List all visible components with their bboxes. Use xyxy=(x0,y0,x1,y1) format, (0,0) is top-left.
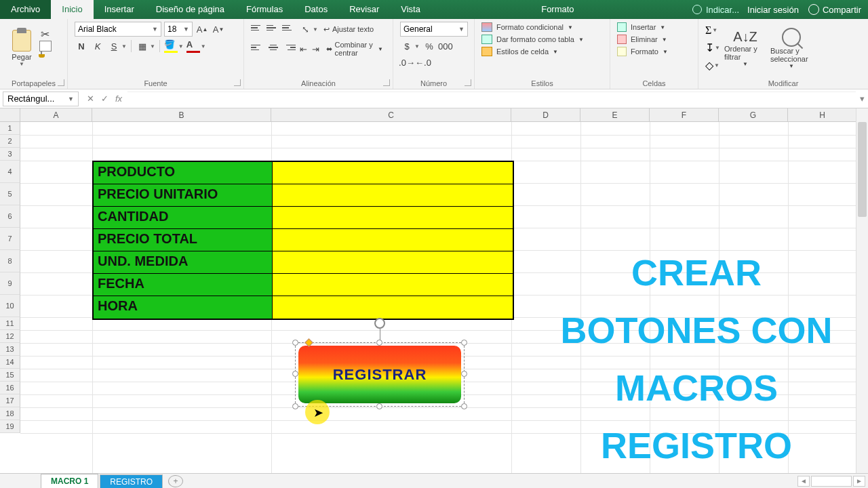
accounting-format-button[interactable]: $▼ xyxy=(400,39,420,53)
delete-cells-button[interactable]: Eliminar▼ xyxy=(617,34,691,45)
hscroll-track[interactable] xyxy=(811,476,852,487)
form-value-cell[interactable] xyxy=(273,229,513,251)
resize-handle-s[interactable] xyxy=(376,403,382,409)
number-launcher[interactable] xyxy=(465,79,471,86)
number-format-combo[interactable]: General▼ xyxy=(400,22,468,37)
form-value-cell[interactable] xyxy=(273,162,513,184)
italic-button[interactable]: K xyxy=(91,39,104,53)
tab-vista[interactable]: Vista xyxy=(390,0,431,19)
resize-handle-e[interactable] xyxy=(461,371,467,377)
increase-decimal-button[interactable]: .0→ xyxy=(400,56,414,69)
conditional-formatting-button[interactable]: Formato condicional▼ xyxy=(481,22,603,33)
tab-datos[interactable]: Datos xyxy=(294,0,338,19)
align-middle-button[interactable] xyxy=(267,22,280,34)
cell-styles-button[interactable]: Estilos de celda▼ xyxy=(481,46,603,57)
fx-button[interactable]: fx xyxy=(115,94,122,104)
form-value-cell[interactable] xyxy=(273,207,513,228)
increase-indent-button[interactable]: ⇥ xyxy=(311,42,320,56)
borders-button[interactable]: ▦▼ xyxy=(136,39,155,53)
font-name-combo[interactable]: Arial Black▼ xyxy=(75,22,161,37)
form-value-cell[interactable] xyxy=(273,296,513,319)
insert-cells-button[interactable]: Insertar▼ xyxy=(617,22,691,33)
tab-inicio[interactable]: Inicio xyxy=(51,0,93,19)
sort-filter-button[interactable]: A↓Z Ordenar y filtrar▼ xyxy=(724,22,766,75)
row-header-13[interactable]: 13 xyxy=(0,343,20,356)
fill-color-button[interactable]: 🪣▼ xyxy=(164,39,184,53)
font-color-button[interactable]: A▼ xyxy=(186,39,206,53)
add-sheet-button[interactable]: + xyxy=(168,475,183,487)
select-all-corner[interactable] xyxy=(0,108,20,121)
clipboard-launcher[interactable] xyxy=(58,79,64,86)
align-top-button[interactable] xyxy=(251,22,264,34)
form-value-cell[interactable] xyxy=(273,274,513,296)
paste-button[interactable]: Pegar ▼ xyxy=(7,22,37,75)
resize-handle-nw[interactable] xyxy=(292,340,298,346)
form-value-cell[interactable] xyxy=(273,251,513,273)
share-button[interactable]: Compartir xyxy=(808,4,861,15)
row-header-17[interactable]: 17 xyxy=(0,394,20,407)
vertical-scrollbar[interactable] xyxy=(856,108,868,473)
tab-diseno[interactable]: Diseño de página xyxy=(145,0,235,19)
column-header-G[interactable]: G xyxy=(719,108,788,121)
column-header-H[interactable]: H xyxy=(788,108,857,121)
column-header-E[interactable]: E xyxy=(580,108,650,121)
row-header-10[interactable]: 10 xyxy=(0,295,20,317)
align-center-button[interactable] xyxy=(267,41,280,54)
row-header-15[interactable]: 15 xyxy=(0,369,20,382)
expand-formula-bar[interactable]: ▾ xyxy=(856,94,868,104)
name-box[interactable]: Rectángul...▼ xyxy=(3,92,79,106)
enter-formula-button[interactable]: ✓ xyxy=(101,94,108,104)
column-header-D[interactable]: D xyxy=(511,108,580,121)
row-header-18[interactable]: 18 xyxy=(0,407,20,420)
row-header-16[interactable]: 16 xyxy=(0,382,20,394)
tab-formulas[interactable]: Fórmulas xyxy=(235,0,294,19)
bold-button[interactable]: N xyxy=(75,39,88,53)
hscroll-left[interactable]: ◄ xyxy=(797,476,810,487)
column-header-F[interactable]: F xyxy=(650,108,719,121)
find-select-button[interactable]: Buscar y seleccionar▼ xyxy=(770,22,812,75)
column-header-C[interactable]: C xyxy=(271,108,511,121)
sheet-tab-macro1[interactable]: MACRO 1 xyxy=(41,474,98,488)
resize-handle-sw[interactable] xyxy=(292,403,298,409)
tab-revisar[interactable]: Revisar xyxy=(338,0,390,19)
decrease-decimal-button[interactable]: ←.0 xyxy=(416,56,430,69)
autosum-button[interactable]: Σ▼ xyxy=(705,24,720,37)
row-header-7[interactable]: 7 xyxy=(0,228,20,250)
row-header-2[interactable]: 2 xyxy=(0,135,20,148)
align-bottom-button[interactable] xyxy=(282,22,296,34)
alignment-launcher[interactable] xyxy=(383,79,390,86)
cancel-formula-button[interactable]: ✕ xyxy=(87,94,94,104)
row-header-14[interactable]: 14 xyxy=(0,356,20,369)
row-header-3[interactable]: 3 xyxy=(0,148,20,161)
font-size-combo[interactable]: 18▼ xyxy=(164,22,193,37)
format-as-table-button[interactable]: Dar formato como tabla▼ xyxy=(481,34,603,45)
merge-center-button[interactable]: ⬌ Combinar y centrar ▼ xyxy=(323,39,386,58)
hscroll-right[interactable]: ► xyxy=(853,476,865,487)
fill-button[interactable]: ↧▼ xyxy=(705,41,720,54)
row-header-19[interactable]: 19 xyxy=(0,420,20,433)
wrap-text-button[interactable]: ↩ Ajustar texto xyxy=(321,24,376,35)
align-right-button[interactable] xyxy=(282,41,296,54)
sign-in[interactable]: Iniciar sesión xyxy=(747,5,799,15)
form-value-cell[interactable] xyxy=(273,184,513,206)
comma-button[interactable]: 000 xyxy=(439,39,452,53)
row-header-4[interactable]: 4 xyxy=(0,161,20,183)
cut-button[interactable]: ✂ xyxy=(41,28,54,39)
font-launcher[interactable] xyxy=(234,79,241,86)
row-header-12[interactable]: 12 xyxy=(0,330,20,343)
row-header-11[interactable]: 11 xyxy=(0,317,20,330)
clear-button[interactable]: ◇▼ xyxy=(705,59,720,72)
tab-archivo[interactable]: Archivo xyxy=(0,0,51,19)
orientation-button[interactable]: ⤡▼ xyxy=(298,22,318,36)
decrease-indent-button[interactable]: ⇤ xyxy=(298,42,308,56)
resize-handle-w[interactable] xyxy=(292,371,298,377)
formula-input[interactable] xyxy=(127,92,856,106)
registrar-button-shape[interactable]: REGISTRAR xyxy=(298,346,461,403)
row-header-8[interactable]: 8 xyxy=(0,250,20,272)
tell-me[interactable]: Indicar... xyxy=(684,0,747,19)
row-header-5[interactable]: 5 xyxy=(0,183,20,205)
format-cells-button[interactable]: Formato▼ xyxy=(617,46,691,57)
percent-button[interactable]: % xyxy=(422,39,436,53)
format-painter-button[interactable] xyxy=(41,58,54,68)
shrink-font-button[interactable]: A▼ xyxy=(212,22,225,36)
